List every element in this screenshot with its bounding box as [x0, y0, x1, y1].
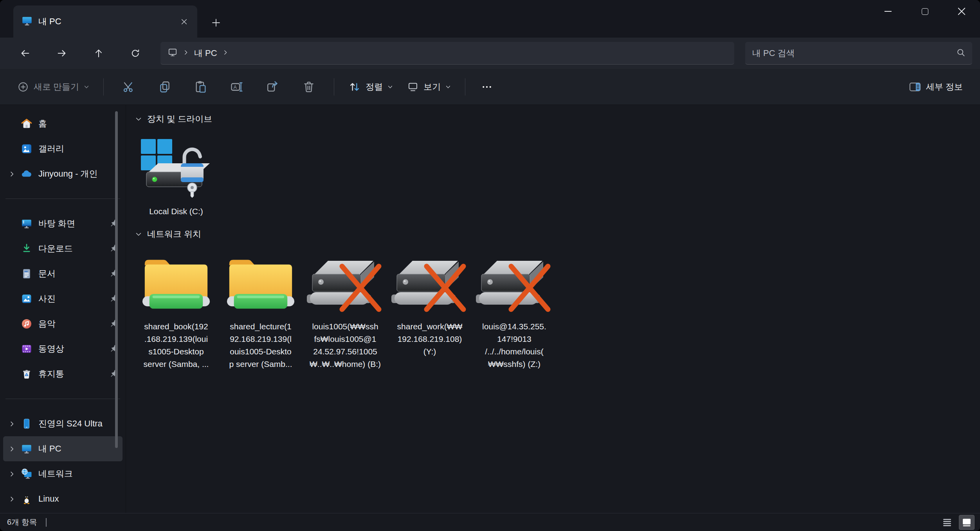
trash-icon [302, 80, 315, 94]
navigation-bar: 내 PC [0, 38, 980, 69]
more-options-button[interactable] [473, 75, 501, 99]
breadcrumb-my-pc[interactable]: 내 PC [194, 47, 217, 59]
pin-icon [109, 369, 119, 379]
svg-text:A: A [234, 84, 237, 90]
breadcrumb-chevron-icon[interactable] [183, 50, 189, 57]
refresh-button[interactable] [118, 42, 153, 64]
plus-circle-icon [17, 81, 29, 93]
copy-icon [158, 80, 171, 94]
new-tab-button[interactable] [207, 14, 225, 31]
network-item-label: louis@14.35.255. 147!9013 /../../home/lo… [482, 320, 546, 370]
view-button[interactable]: 보기 [401, 75, 457, 99]
network-item-louis1005-sshfs[interactable]: louis1005(₩₩ssh fs₩louis1005@1 24.52.97.… [303, 247, 387, 370]
network-folder-icon [220, 247, 302, 318]
search-input[interactable] [751, 48, 956, 59]
sort-button[interactable]: 정렬 [342, 75, 399, 99]
toolbar-separator [103, 78, 104, 96]
disconnected-drive-icon [473, 247, 555, 318]
sidebar-item-desktop[interactable]: 바탕 화면 [3, 211, 122, 236]
monitor-icon [21, 15, 33, 28]
recycle-bin-icon [20, 368, 33, 380]
section-network-locations[interactable]: 네트워크 위치 [135, 226, 980, 242]
documents-icon [20, 267, 33, 280]
breadcrumb-chevron-icon[interactable] [223, 50, 228, 57]
large-icons-view-toggle[interactable] [959, 515, 975, 530]
details-view-toggle[interactable] [939, 515, 955, 530]
tab-close-icon[interactable] [176, 14, 192, 29]
sidebar-item-downloads[interactable]: 다운로드 [3, 236, 122, 261]
share-button[interactable] [256, 75, 290, 99]
maximize-button[interactable] [906, 0, 943, 23]
desktop-icon [20, 217, 33, 230]
sidebar-item-videos[interactable]: 동영상 [3, 336, 122, 361]
monitor-outline-icon [168, 47, 178, 59]
chevron-right-icon[interactable] [3, 471, 20, 477]
scissors-icon [122, 80, 135, 94]
sidebar-item-this-pc[interactable]: 내 PC [3, 436, 122, 461]
chevron-down-icon [445, 84, 451, 90]
drive-item-local-disk-c[interactable]: Local Disk (C:) [134, 132, 218, 218]
command-bar: 새로 만들기 A 정렬 보기 [0, 69, 980, 105]
section-devices-drives[interactable]: 장치 및 드라이브 [135, 111, 980, 127]
search-box [745, 42, 972, 65]
sidebar-scrollbar[interactable] [115, 111, 118, 448]
sidebar-item-phone[interactable]: 진영의 S24 Ultra [3, 411, 122, 436]
view-button-label: 보기 [423, 81, 441, 93]
sidebar-item-home[interactable]: 홈 [3, 111, 122, 136]
network-folder-icon [135, 247, 217, 318]
toolbar-separator [334, 78, 334, 96]
back-button[interactable] [8, 42, 42, 64]
sidebar-item-pictures[interactable]: 사진 [3, 286, 122, 311]
cut-button[interactable] [112, 75, 146, 99]
arrow-left-icon [20, 48, 31, 59]
local-disk-bitlocker-icon [135, 132, 217, 203]
sort-icon [348, 81, 361, 93]
sidebar-item-network[interactable]: 네트워크 [3, 461, 122, 486]
this-pc-icon [20, 442, 33, 455]
sidebar-item-linux[interactable]: Linux [3, 486, 122, 511]
paste-button[interactable] [184, 75, 218, 99]
network-item-shared-work[interactable]: shared_work(₩₩ 192.168.219.108) (Y:) [387, 247, 472, 370]
details-pane-icon [909, 81, 921, 93]
sidebar-item-recycle-bin[interactable]: 휴지통 [3, 361, 122, 387]
network-item-shared-book[interactable]: shared_book(192 .168.219.139(loui s1005-… [134, 247, 218, 370]
network-icon [20, 468, 33, 480]
arrow-up-icon [93, 48, 104, 59]
sidebar-item-music[interactable]: 음악 [3, 311, 122, 336]
status-separator [46, 518, 47, 527]
chevron-right-icon[interactable] [3, 446, 20, 452]
rename-icon: A [230, 80, 243, 94]
delete-button[interactable] [292, 75, 326, 99]
minimize-icon [885, 11, 892, 12]
copy-button[interactable] [148, 75, 182, 99]
chevron-right-icon[interactable] [3, 171, 20, 177]
up-button[interactable] [81, 42, 116, 64]
chevron-right-icon[interactable] [3, 496, 20, 502]
linux-tux-icon [20, 493, 33, 505]
forward-button[interactable] [45, 42, 79, 64]
rename-button[interactable]: A [220, 75, 254, 99]
address-bar[interactable]: 내 PC [160, 42, 734, 65]
ellipsis-icon [481, 81, 493, 93]
sidebar-divider [5, 399, 120, 399]
tab-my-pc[interactable]: 내 PC [13, 5, 197, 38]
drive-label: Local Disk (C:) [149, 205, 203, 218]
sidebar-item-gallery[interactable]: 갤러리 [3, 136, 122, 161]
new-button[interactable]: 새로 만들기 [11, 75, 95, 99]
onedrive-icon [20, 168, 33, 180]
share-icon [266, 80, 279, 94]
home-icon [20, 117, 33, 130]
pin-icon [109, 344, 119, 354]
close-button[interactable] [943, 0, 980, 23]
sidebar-item-documents[interactable]: 문서 [3, 261, 122, 286]
sidebar-item-onedrive[interactable]: Jinyoung - 개인 [3, 161, 122, 186]
pin-icon [109, 294, 119, 304]
search-icon[interactable] [956, 47, 966, 59]
item-count: 6개 항목 [7, 517, 37, 527]
details-pane-button[interactable]: 세부 정보 [903, 75, 969, 99]
chevron-right-icon[interactable] [3, 421, 20, 427]
network-item-louis-sshfs-z[interactable]: louis@14.35.255. 147!9013 /../../home/lo… [472, 247, 557, 370]
network-item-shared-lecture[interactable]: shared_lecture(1 92.168.219.139(l ouis10… [218, 247, 303, 370]
downloads-icon [20, 242, 33, 255]
minimize-button[interactable] [870, 0, 906, 23]
